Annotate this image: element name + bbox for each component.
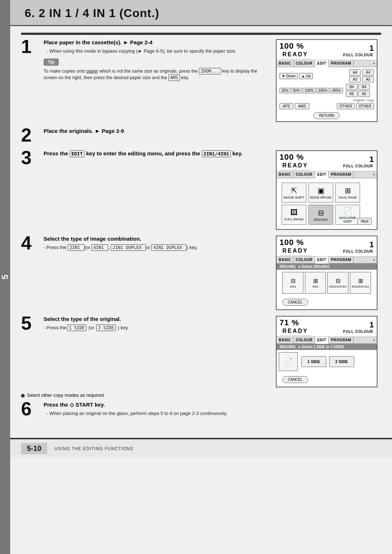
step-3-number: 3 <box>21 148 40 230</box>
combine-2in1[interactable]: ⊟ 2IN1 <box>282 272 303 294</box>
combine-tab-colour[interactable]: COLOUR <box>294 257 315 263</box>
zoom-tab-program[interactable]: PROGRAM <box>329 60 354 67</box>
page-header: 6. 2 IN 1 / 4 IN 1 (Cont.) <box>10 0 392 26</box>
edit-dual-page[interactable]: ⊞ DUAL PAGE <box>335 183 360 203</box>
combine-tab-basic[interactable]: BASIC <box>277 257 294 263</box>
edit-icons-row1: ⇱ IMAGE SHIFT ▣ EDGE ERASE ⊞ <box>279 180 374 205</box>
step-2-number: 2 <box>21 126 40 144</box>
edit-2in1-4in1[interactable]: ⊟ 2IN1/4IN1 <box>309 205 333 225</box>
paper-a4-left[interactable]: A4 <box>349 69 361 76</box>
zoom-400[interactable]: 400% <box>330 88 343 93</box>
side-1-btn[interactable]: 1 SIDE <box>301 356 326 367</box>
combine-2in1-duplex[interactable]: ⊟ 2IN1DUPLEX <box>327 272 348 294</box>
edit-colour: FULL COLOUR <box>343 164 374 168</box>
image-shift-label: IMAGE SHIFT <box>283 196 305 199</box>
2in1d-opt-icon: ⊟ <box>336 277 340 284</box>
magazine-sort-label: MAGAZINE SORT <box>337 216 359 223</box>
edge-erase-icon: ▣ <box>318 186 324 195</box>
paper-a5-r[interactable]: A5 <box>358 91 370 97</box>
zoom-tab-colour[interactable]: COLOUR <box>294 60 315 67</box>
zoom-other-btn2[interactable]: OTHER <box>356 103 374 109</box>
ui-screen-combine-header: 100 % READY 1 FULL COLOUR <box>277 236 377 257</box>
side-doc-icon: 📄 <box>284 357 293 366</box>
edit-tab-colour[interactable]: COLOUR <box>294 171 315 178</box>
4in1d-opt-icon: ⊞ <box>358 277 363 284</box>
side-select-bar-label: 2IN1/4IN1 <box>279 345 296 349</box>
edit-magazine-sort[interactable]: 📄 MAGAZINE SORT <box>335 205 360 225</box>
zoom-return-btn[interactable]: RETURN <box>314 112 340 119</box>
full-image-icon: 🖼 <box>290 208 298 217</box>
step-1-arrow: ► <box>123 39 130 45</box>
step-4-screen: 100 % READY 1 FULL COLOUR BASIC <box>276 235 377 310</box>
zoom-200[interactable]: 200% <box>317 88 330 93</box>
step-6: 6 Press the ◇ START key. - When placing … <box>21 401 377 418</box>
zoom-down-btn[interactable]: ▼ Down <box>279 73 298 79</box>
zoom-aps-row: APS AMS OTHER OTHER <box>279 103 374 109</box>
combine-4in1-duplex[interactable]: ⊞ 4IN1DUPLEX <box>350 272 371 294</box>
edit-next-btn[interactable]: Next <box>358 218 372 225</box>
step-2-title: Place the originals. ► Page 2-9 <box>44 127 377 135</box>
side-tab-program[interactable]: PROGRAM <box>329 337 354 343</box>
edit-edge-erase[interactable]: ▣ EDGE ERASE <box>309 183 333 203</box>
zoom-ams-btn[interactable]: AMS <box>295 103 309 109</box>
step-4: 4 Select the type of image combination. … <box>21 235 377 310</box>
side-2-btn[interactable]: 2 SIDE <box>329 356 354 367</box>
zoom-return-row: RETURN <box>279 111 374 119</box>
combine-cancel-btn[interactable]: CANCEL <box>282 299 308 306</box>
zoom-body: ▼ Down ▲ Up A4 A3 <box>277 67 377 121</box>
side-tab-colour[interactable]: COLOUR <box>294 337 315 343</box>
edit-tab-basic[interactable]: BASIC <box>277 171 294 178</box>
4in1d-opt-label: 4IN1DUPLEX <box>352 285 369 288</box>
zoom-100[interactable]: 100% <box>303 88 316 93</box>
combine-select-label: ►Select 2IN1/4IN1 <box>298 265 330 269</box>
step-2-ref: Page 2-9 <box>102 128 124 134</box>
combine-tab-program[interactable]: PROGRAM <box>329 257 354 263</box>
step-6-body: - When placing an original on the glass,… <box>46 410 377 417</box>
combine-4in1[interactable]: ⊞ 4IN1 <box>305 272 326 294</box>
zoom-presets-row: 25% 50% 100% 200% 400% <box>279 84 374 97</box>
2in1d-opt-label: 2IN1DUPLEX <box>329 285 347 288</box>
side-cancel-row: CANCEL <box>277 373 377 387</box>
side-ready: READY <box>279 327 311 336</box>
paper-b4-r[interactable]: B4 <box>358 84 370 90</box>
paper-a4-right[interactable]: A4 <box>362 69 374 76</box>
zoom-tab-basic[interactable]: BASIC <box>277 60 294 67</box>
zoom-dir-row: ▼ Down ▲ Up A4 A3 <box>279 69 374 82</box>
paper-b4-l[interactable]: B4 <box>346 84 358 90</box>
side-cancel-btn[interactable]: CANCEL <box>282 376 308 383</box>
2in1-label: 2IN1/4IN1 <box>314 218 328 221</box>
zoom-presets: 25% 50% 100% 200% 400% <box>279 88 343 93</box>
paper-a3-right[interactable]: A3 <box>362 76 374 82</box>
zoom-other-btn1[interactable]: OTHER <box>337 103 355 109</box>
step-3-content: Press the EDIT key to enter the editing … <box>44 150 377 230</box>
step-5-screen: 71 % READY 1 FULL COLOUR BASIC <box>276 315 377 387</box>
edit-full-image[interactable]: 🖼 FULL IMAGE <box>282 205 306 225</box>
paper-a3-left[interactable]: A3 <box>349 76 361 82</box>
zoom-copies: 1 <box>369 44 374 53</box>
zoom-aps-btn[interactable]: APS <box>279 103 293 109</box>
paper-a5-l[interactable]: A5 <box>346 91 358 97</box>
combine-tab-extra: ▪ <box>371 257 377 263</box>
edit-icons-row2: 🖼 FULL IMAGE ⊟ 2IN1/4IN1 📄 <box>279 205 374 227</box>
ui-screen-combine: 100 % READY 1 FULL COLOUR BASIC <box>276 236 377 310</box>
zoom-ready: READY <box>279 51 311 59</box>
zoom-up-btn[interactable]: ▲ Up <box>299 73 313 79</box>
side-pct: 71 % <box>279 318 311 327</box>
step-1-content: Place paper in the cassette(s). ► Page 2… <box>44 38 377 122</box>
ui-screen-zoom: 100 % READY 1 FULL COLOUR BASIC <box>276 39 377 122</box>
zoom-25[interactable]: 25% <box>279 88 290 93</box>
combine-cancel-row: CANCEL <box>277 296 377 309</box>
edit-ready: READY <box>279 162 311 170</box>
side-tab-edit[interactable]: EDIT <box>315 337 329 344</box>
edit-copies: 1 <box>369 155 374 164</box>
4in1-opt-icon: ⊞ <box>313 277 318 284</box>
zoom-tab-edit[interactable]: EDIT <box>315 60 329 67</box>
dual-page-icon: ⊞ <box>345 186 351 195</box>
combine-tab-edit[interactable]: EDIT <box>315 257 329 264</box>
zoom-50[interactable]: 50% <box>291 88 302 93</box>
edit-image-shift[interactable]: ⇱ IMAGE SHIFT <box>282 183 306 203</box>
edit-tab-edit[interactable]: EDIT <box>315 171 329 178</box>
side-tab-basic[interactable]: BASIC <box>277 337 294 343</box>
edit-tab-program[interactable]: PROGRAM <box>329 171 354 178</box>
step-2-content: Place the originals. ► Page 2-9 <box>44 127 377 144</box>
